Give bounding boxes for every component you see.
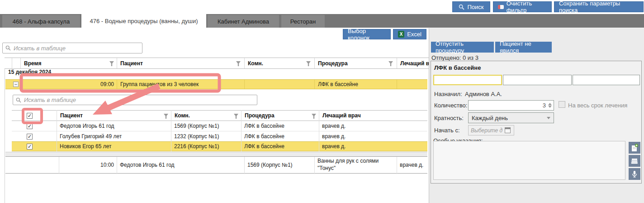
tab-label: 468 - Альфа-капсула — [13, 18, 70, 25]
column-header-procedure[interactable]: Процедура — [314, 58, 396, 68]
group-date-label: 15 декабря 2024 — [8, 69, 51, 75]
tab-alfa-kapsula[interactable]: 468 - Альфа-капсула — [2, 15, 80, 28]
start-date-placeholder: Выберите д — [471, 127, 502, 134]
quantity-value: 3 — [543, 102, 546, 109]
detail-footer-band — [5, 152, 427, 156]
start-date-label: Начать с: — [434, 127, 460, 134]
cell-procedure: ЛФК в бассейне — [241, 142, 319, 151]
save-search-params-label: Сохранить параметры поиска — [559, 0, 639, 14]
excel-export-button[interactable]: X Excel — [393, 29, 426, 39]
column-header-label: Лечащий врач — [322, 112, 361, 119]
frequency-label: Кратность: — [434, 115, 464, 121]
tab-label: Ресторан — [290, 18, 316, 25]
column-header-time[interactable]: Время — [20, 58, 117, 68]
templates-button[interactable] — [629, 155, 640, 167]
cell-procedure: Ванны для рук с солями "Тонус" — [314, 157, 397, 173]
column-divider — [319, 110, 319, 151]
stacked-pages-icon — [630, 157, 639, 165]
full-term-checkbox[interactable] — [559, 101, 565, 108]
add-document-button[interactable] — [629, 142, 640, 154]
collapse-icon[interactable]: − — [13, 82, 19, 87]
choose-columns-label: Выбор колонок — [348, 28, 386, 41]
cell-room: 1569 (Корпус №1) — [244, 157, 314, 173]
column-header-label: Пациент — [120, 60, 143, 67]
excel-button-label: Excel — [407, 31, 421, 38]
tab-kabinet-adminova[interactable]: Кабинет Админова — [208, 15, 279, 28]
column-header-label: Лечащий врач — [400, 60, 429, 67]
tab-restoran[interactable]: Ресторан — [281, 15, 325, 28]
group-row[interactable]: − 09:00 Группа пациентов из 3 человек ЛФ… — [5, 79, 427, 89]
release-input-2[interactable] — [503, 75, 572, 85]
row-checkbox-cell — [12, 142, 57, 151]
detail-search-box — [13, 95, 257, 105]
tab-vodnye-procedury[interactable]: 476 - Водные процедуры (ванны, души) — [81, 14, 206, 28]
cell-patient: Голубев Григорий 49 лет — [57, 131, 171, 141]
row-checkbox[interactable] — [27, 134, 33, 140]
column-header-room[interactable]: Комн. — [244, 58, 313, 68]
app-window: Поиск Очистить фильтр Сохранить параметр… — [0, 0, 644, 203]
cell-room: 1569 (Корпус №1) — [171, 121, 241, 131]
save-search-params-button[interactable]: Сохранить параметры поиска — [554, 1, 644, 12]
select-all-cell — [12, 111, 57, 121]
group-row-room — [244, 80, 314, 89]
group-row-time: 09:00 — [20, 80, 117, 89]
group-row-procedure: ЛФК в бассейне — [314, 80, 397, 89]
column-header-doctor[interactable]: Лечащий врач — [319, 111, 427, 121]
spinner-arrows-icon[interactable] — [548, 103, 552, 108]
release-procedure-button[interactable]: Отпустить процедуру — [431, 42, 494, 53]
column-header-patient[interactable]: Пациент — [57, 111, 171, 121]
select-all-checkbox[interactable] — [27, 113, 33, 119]
start-date-picker[interactable]: Выберите д — [468, 125, 514, 135]
microphone-icon — [630, 170, 639, 178]
group-row-patient: Группа пациентов из 3 человек — [117, 80, 244, 89]
tab-label: Кабинет Админова — [218, 18, 269, 25]
header-expand-cell — [12, 58, 20, 68]
cell-patient: Федотов Игорь 61 год — [57, 121, 171, 131]
cell-procedure: ЛФК в бассейне — [241, 121, 319, 131]
column-header-procedure[interactable]: Процедура — [241, 111, 319, 121]
search-button[interactable]: Поиск — [452, 1, 490, 12]
calendar-icon[interactable] — [505, 127, 511, 133]
detail-search-input[interactable] — [24, 97, 254, 103]
voice-input-button[interactable] — [629, 168, 640, 180]
column-header-room[interactable]: Комн. — [171, 111, 241, 121]
group-row-doctor — [397, 80, 427, 89]
column-header-label: Комн. — [175, 112, 190, 119]
release-input-3[interactable] — [573, 75, 640, 85]
choose-columns-button[interactable]: Выбор колонок — [343, 29, 391, 39]
clear-filter-label: Очистить фильтр — [507, 0, 547, 14]
table-row[interactable]: 10:00 Федотов Игорь 61 год 1569 (Корпус … — [5, 156, 427, 174]
excel-icon: X — [398, 31, 404, 38]
procedure-title: ЛФК в бассейне — [434, 64, 481, 71]
notes-textarea[interactable] — [433, 141, 625, 180]
cell-room: 2216 (Корпус №1) — [171, 142, 241, 151]
patient-no-show-button[interactable]: Пациент не явился — [495, 42, 552, 53]
assigned-value: Админов А.А. — [465, 91, 502, 97]
quantity-stepper[interactable]: 3 — [468, 100, 554, 111]
document-plus-icon — [630, 144, 639, 152]
assigned-label: Назначил: — [434, 91, 462, 97]
full-term-label: На весь срок лечения — [568, 102, 627, 109]
row-checkbox[interactable] — [27, 144, 33, 150]
procedure-details-box: ЛФК в бассейне Назначил: Админов А.А. Ко… — [431, 61, 642, 184]
column-divider — [241, 110, 242, 151]
frequency-select[interactable]: Каждый день — [468, 112, 554, 123]
column-header-patient[interactable]: Пациент — [117, 58, 243, 68]
release-input-1[interactable] — [433, 75, 502, 85]
procedure-panel: Отпустить процедуру Пациент не явился От… — [429, 28, 644, 203]
search-icon — [459, 4, 464, 10]
column-divider — [171, 110, 171, 151]
search-button-label: Поиск — [467, 4, 483, 10]
inner-table-header: Пациент Комн. Процедура Лечащий врач — [12, 110, 427, 121]
detail-row[interactable]: Голубев Григорий 49 лет 1232 (Корпус №1)… — [12, 131, 427, 141]
search-icon — [16, 97, 21, 103]
column-header-doctor[interactable]: Лечащий врач — [397, 58, 429, 68]
frequency-value: Каждый день — [472, 115, 508, 121]
clear-filter-button[interactable]: Очистить фильтр — [493, 1, 552, 12]
table-search-input[interactable] — [14, 45, 139, 52]
row-checkbox[interactable] — [27, 123, 33, 129]
cell-patient: Федотов Игорь 61 год — [117, 157, 244, 173]
detail-row-selected[interactable]: Новиков Егор 65 лет 2216 (Корпус №1) ЛФК… — [12, 141, 427, 151]
table-search-box — [2, 43, 142, 53]
detail-row[interactable]: Федотов Игорь 61 год 1569 (Корпус №1) ЛФ… — [12, 121, 427, 131]
